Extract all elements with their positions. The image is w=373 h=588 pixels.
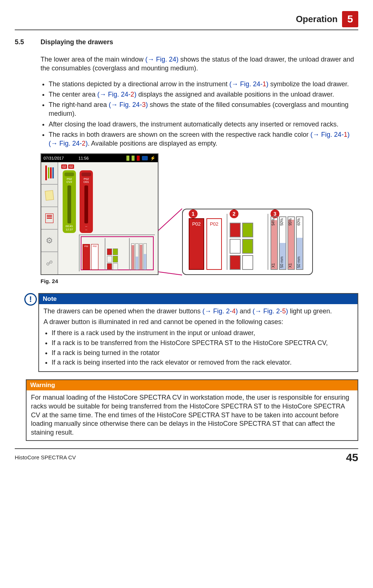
sidebar-settings-button[interactable]: ⚙ bbox=[41, 230, 57, 252]
sidebar-note-button[interactable] bbox=[41, 185, 57, 207]
feature-list: The stations depicted by a directional a… bbox=[41, 80, 358, 148]
big-rack-green[interactable]: P02CV2 00:4112:37 bbox=[63, 170, 76, 233]
section-title: Displaying the drawers bbox=[41, 38, 113, 46]
warning-body: For manual loading of the HistoCore SPEC… bbox=[27, 390, 358, 440]
warning-callout: ! Warning For manual loading of the Hist… bbox=[41, 379, 358, 441]
svg-line-1 bbox=[155, 271, 182, 275]
consumable-bar: 60%50 mm bbox=[296, 216, 303, 270]
list-item: If there is a rack used by the instrumen… bbox=[52, 329, 353, 338]
zoom-detail-panel: 1 P02 P02 2 3 94%X150%50 mm95%X160%50 mm bbox=[182, 209, 313, 275]
intro-paragraph: The lower area of the main window (→ Fig… bbox=[41, 55, 358, 73]
gear-icon: ⚙ bbox=[46, 236, 53, 246]
list-item: After closing the load drawers, the inst… bbox=[49, 120, 358, 129]
sidebar-doc-button[interactable] bbox=[41, 207, 57, 230]
bar-bottom-label: X1 bbox=[288, 263, 294, 268]
mini-unload-drawer bbox=[105, 238, 130, 270]
list-item: The racks in both drawers are shown on t… bbox=[49, 130, 358, 148]
mini-load-drawer: P02 P02 bbox=[81, 238, 105, 270]
list-item: If a rack is being turned in the rotator bbox=[52, 349, 353, 358]
consumable-bar: 50%50 mm bbox=[279, 216, 286, 270]
note-callout: ! Note The drawers can be opened when th… bbox=[41, 293, 358, 372]
consumable-bar: 95%X1 bbox=[287, 216, 295, 270]
note-list: If there is a rack used by the instrumen… bbox=[43, 329, 353, 367]
rack-label: P02 bbox=[191, 221, 202, 227]
note-title: Note bbox=[39, 294, 358, 304]
callout-marker-2: 2 bbox=[230, 209, 238, 218]
zoom-col-unload: 2 bbox=[227, 214, 268, 270]
mini-consumables bbox=[130, 238, 153, 270]
list-item: If a rack is being inserted into the rac… bbox=[52, 358, 353, 367]
screen-sidebar: ⚙ ☍ bbox=[41, 162, 58, 274]
callout-marker-1: 1 bbox=[189, 209, 198, 218]
page-footer: HistoCore SPECTRA CV 45 bbox=[15, 448, 358, 464]
big-rack-red[interactable]: P02O01 ---- bbox=[80, 170, 93, 233]
sidebar-service-button[interactable]: ☍ bbox=[41, 252, 57, 274]
page-header: Operation 5 bbox=[15, 11, 358, 30]
list-item: The right-hand area (→ Fig. 24-3) shows … bbox=[49, 100, 358, 118]
note-icon bbox=[45, 190, 54, 201]
rack-label: P02 bbox=[209, 221, 220, 227]
topbar-rack-icon bbox=[126, 156, 129, 161]
bar-top-label: 60% bbox=[297, 218, 303, 226]
list-item: If a rack is to be transferred from the … bbox=[52, 339, 353, 348]
bar-bottom-label: 50 mm bbox=[297, 257, 303, 268]
figure-24: 07/31/2017 11:56 ⚡ bbox=[41, 153, 313, 275]
figure-caption: Fig. 24 bbox=[41, 278, 358, 284]
bar-top-label: 50% bbox=[280, 218, 286, 226]
info-icon: ! bbox=[24, 293, 37, 306]
screen-topbar: 07/31/2017 11:56 ⚡ bbox=[41, 154, 158, 162]
footer-product: HistoCore SPECTRA CV bbox=[15, 454, 76, 460]
topbar-badge-icon bbox=[142, 156, 148, 160]
screen-date: 07/31/2017 bbox=[43, 156, 64, 160]
warning-title: Warning bbox=[27, 380, 358, 390]
unload-grid bbox=[230, 223, 253, 270]
service-icon: ☍ bbox=[46, 259, 53, 267]
note-body: The drawers can be opened when the drawe… bbox=[39, 304, 358, 372]
bolt-icon: ⚡ bbox=[150, 156, 156, 161]
topbar-rack-icon bbox=[137, 156, 140, 161]
rack-count-badges: 02 02 bbox=[61, 164, 155, 169]
footer-page: 45 bbox=[346, 451, 358, 464]
screen-time: 11:56 bbox=[79, 156, 89, 160]
header-title: Operation bbox=[296, 14, 338, 24]
screen-main: 02 02 P02CV2 00:4112:37 P02O01 bbox=[58, 162, 158, 274]
svg-line-0 bbox=[155, 209, 182, 234]
consumable-bar: 94%X1 bbox=[271, 216, 278, 270]
chapter-badge: 5 bbox=[342, 11, 358, 27]
topbar-rack-icon bbox=[132, 156, 135, 161]
sidebar-racks-button[interactable] bbox=[41, 162, 57, 185]
zoom-col-load: 1 P02 P02 bbox=[186, 214, 227, 270]
bar-top-label: 94% bbox=[271, 218, 277, 226]
section-heading: 5.5 Displaying the drawers bbox=[15, 38, 358, 46]
instrument-screenshot: 07/31/2017 11:56 ⚡ bbox=[41, 153, 158, 275]
badge: 02 bbox=[61, 164, 67, 169]
zoom-col-consumables: 3 94%X150%50 mm95%X160%50 mm bbox=[268, 214, 308, 270]
intro-pre: The lower area of the main window bbox=[41, 56, 145, 63]
intro-ref: (→ Fig. 24) bbox=[145, 56, 178, 63]
bar-top-label: 95% bbox=[288, 218, 294, 226]
bar-bottom-label: 50 mm bbox=[280, 257, 286, 268]
document-icon bbox=[45, 213, 53, 223]
bar-bottom-label: X1 bbox=[271, 263, 277, 268]
list-item: The stations depicted by a directional a… bbox=[49, 80, 358, 88]
note-subhead: A drawer button is illuminated in red an… bbox=[43, 318, 353, 327]
section-number: 5.5 bbox=[15, 38, 41, 46]
drawer-status-area: P02 P02 bbox=[79, 234, 155, 271]
list-item: The center area (→ Fig. 24-2) displays t… bbox=[49, 90, 358, 99]
badge: 02 bbox=[68, 164, 74, 169]
